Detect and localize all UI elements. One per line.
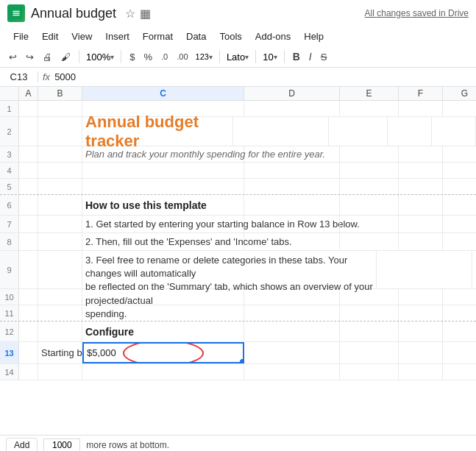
cell-g11[interactable] xyxy=(443,305,476,321)
cell-b1[interactable] xyxy=(38,101,82,116)
more-formats-wrap[interactable]: 123 ▾ xyxy=(194,52,214,62)
dec-two-button[interactable]: .00 xyxy=(174,50,191,63)
cell-d6[interactable] xyxy=(244,195,340,215)
cell-g5[interactable] xyxy=(443,179,476,194)
cell-g13[interactable] xyxy=(443,342,476,363)
cell-b12[interactable] xyxy=(38,322,82,341)
cell-e11[interactable] xyxy=(340,305,399,321)
cell-c13[interactable]: $5,000 xyxy=(82,342,244,363)
col-header-g[interactable]: G xyxy=(443,87,476,100)
strikethrough-button[interactable]: S xyxy=(318,49,330,65)
menu-item-insert[interactable]: Insert xyxy=(99,28,135,45)
cell-e1[interactable] xyxy=(340,101,399,116)
cell-a1[interactable] xyxy=(19,101,38,116)
cell-g7[interactable] xyxy=(443,216,476,232)
menu-item-file[interactable]: File xyxy=(7,28,35,45)
cell-c8[interactable]: 2. Then, fill out the 'Expenses' and 'In… xyxy=(82,233,244,250)
cell-f10[interactable] xyxy=(399,289,443,305)
cell-f7[interactable] xyxy=(399,216,443,232)
cell-f6[interactable] xyxy=(399,195,443,215)
cell-c6[interactable]: How to use this template xyxy=(82,195,244,215)
cell-d2[interactable] xyxy=(233,117,329,146)
font-wrap[interactable]: Lato ▾ xyxy=(225,51,250,63)
cell-d13[interactable] xyxy=(244,342,340,363)
cell-g2[interactable] xyxy=(432,117,476,146)
cell-a13[interactable] xyxy=(19,342,38,363)
cell-e9[interactable] xyxy=(472,251,476,288)
doc-title[interactable]: Annual budget xyxy=(31,6,116,21)
cell-d8[interactable] xyxy=(244,233,340,250)
cell-b6[interactable] xyxy=(38,195,82,215)
dec-zero-button[interactable]: .0 xyxy=(158,50,171,63)
cell-c2[interactable]: Annual budget tracker xyxy=(82,117,233,146)
cell-e2[interactable] xyxy=(329,117,388,146)
cell-c3[interactable]: Plan and track your monthly spending for… xyxy=(82,146,244,162)
cell-f5[interactable] xyxy=(399,179,443,194)
folder-icon[interactable]: ▦ xyxy=(140,7,151,21)
cell-a4[interactable] xyxy=(19,163,38,178)
cell-g1[interactable] xyxy=(443,101,476,116)
menu-item-data[interactable]: Data xyxy=(180,28,212,45)
col-header-f[interactable]: F xyxy=(399,87,443,100)
paint-button[interactable]: 🖌 xyxy=(58,49,74,65)
cell-g4[interactable] xyxy=(443,163,476,178)
cell-g3[interactable] xyxy=(443,146,476,162)
cell-c9[interactable]: 3. Feel free to rename or delete categor… xyxy=(82,251,377,288)
cell-c14[interactable] xyxy=(82,364,244,380)
cell-d5[interactable] xyxy=(244,179,340,194)
cell-b2[interactable] xyxy=(38,117,82,146)
cell-b8[interactable] xyxy=(38,233,82,250)
cell-f13[interactable] xyxy=(399,342,443,363)
cell-d9[interactable] xyxy=(377,251,472,288)
cell-a5[interactable] xyxy=(19,179,38,194)
cell-f1[interactable] xyxy=(399,101,443,116)
cell-a6[interactable] xyxy=(19,195,38,215)
cell-a10[interactable] xyxy=(19,289,38,305)
cell-e10[interactable] xyxy=(340,289,399,305)
cell-a14[interactable] xyxy=(19,364,38,380)
cell-d14[interactable] xyxy=(244,364,340,380)
cell-e3[interactable] xyxy=(340,146,399,162)
cell-b7[interactable] xyxy=(38,216,82,232)
cell-b4[interactable] xyxy=(38,163,82,178)
cell-d12[interactable] xyxy=(244,322,340,341)
cell-f8[interactable] xyxy=(399,233,443,250)
menu-item-format[interactable]: Format xyxy=(137,28,179,45)
col-header-d[interactable]: D xyxy=(244,87,340,100)
add-rows-button[interactable]: Add xyxy=(6,438,38,452)
cell-c7[interactable]: 1. Get started by entering your starting… xyxy=(82,216,244,232)
italic-button[interactable]: I xyxy=(306,49,315,65)
cell-a2[interactable] xyxy=(19,117,38,146)
cell-c11[interactable] xyxy=(82,305,244,321)
cell-a3[interactable] xyxy=(19,146,38,162)
cell-g8[interactable] xyxy=(443,233,476,250)
cell-e14[interactable] xyxy=(340,364,399,380)
cell-f3[interactable] xyxy=(399,146,443,162)
cell-g12[interactable] xyxy=(443,322,476,341)
col-header-c[interactable]: C xyxy=(82,87,244,100)
print-button[interactable]: 🖨 xyxy=(40,49,55,65)
cell-b13[interactable]: Starting balance: xyxy=(38,342,82,363)
currency-button[interactable]: $ xyxy=(127,49,138,65)
cell-b11[interactable] xyxy=(38,305,82,321)
cell-g14[interactable] xyxy=(443,364,476,380)
cell-e13[interactable] xyxy=(340,342,399,363)
cell-a9[interactable] xyxy=(19,251,38,288)
cell-b5[interactable] xyxy=(38,179,82,194)
cell-b9[interactable] xyxy=(38,251,82,288)
fontsize-wrap[interactable]: 10 ▾ xyxy=(261,51,278,63)
cell-f11[interactable] xyxy=(399,305,443,321)
cell-d7[interactable] xyxy=(244,216,340,232)
rows-count-input[interactable]: 1000 xyxy=(43,438,80,452)
cell-a8[interactable] xyxy=(19,233,38,250)
cell-g6[interactable] xyxy=(443,195,476,215)
cell-a12[interactable] xyxy=(19,322,38,341)
cell-f12[interactable] xyxy=(399,322,443,341)
cell-a11[interactable] xyxy=(19,305,38,321)
cell-d3[interactable] xyxy=(244,146,340,162)
cell-c10[interactable] xyxy=(82,289,244,305)
cell-f4[interactable] xyxy=(399,163,443,178)
col-header-e[interactable]: E xyxy=(340,87,399,100)
cell-g10[interactable] xyxy=(443,289,476,305)
menu-item-tools[interactable]: Tools xyxy=(213,28,247,45)
